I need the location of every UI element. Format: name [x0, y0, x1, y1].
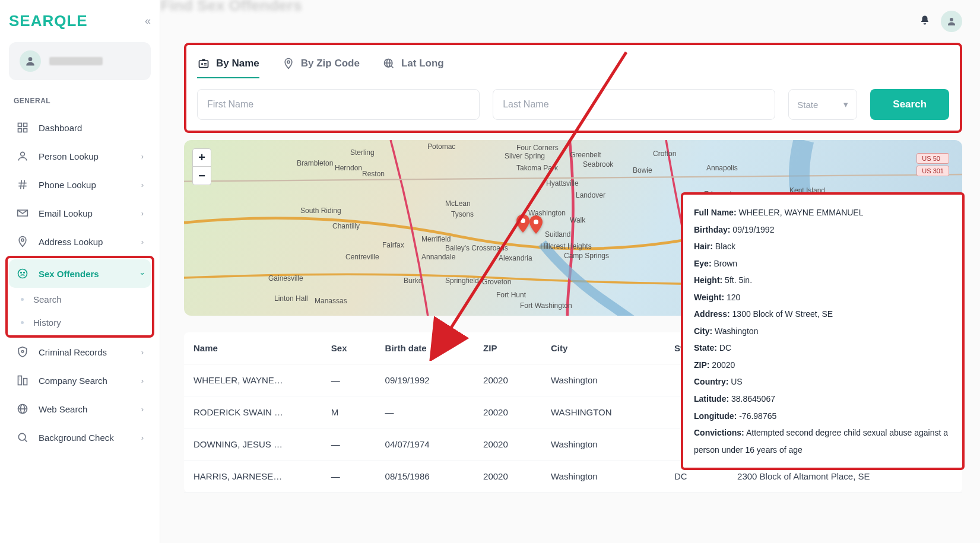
- svg-point-22: [18, 433, 26, 440]
- sidebar-subitem-search[interactable]: Search: [9, 288, 151, 311]
- map-place-label: Greenbelt: [570, 151, 601, 159]
- sidebar-subitem-label: History: [33, 317, 61, 328]
- map-place-label: Reston: [362, 170, 385, 178]
- sidebar-item-label: Email Lookup: [39, 208, 93, 218]
- table-cell: WHEELER, WAYNE…: [184, 364, 322, 396]
- chevron-right-icon: ›: [141, 376, 144, 385]
- sidebar-item-sex-offenders[interactable]: Sex Offenders ›: [9, 259, 151, 288]
- detail-value: Black: [715, 242, 735, 251]
- map-place-label: Hyattsville: [546, 179, 579, 188]
- table-cell: RODERICK SWAIN …: [184, 396, 322, 428]
- logo: SEARQLE: [9, 12, 88, 30]
- sidebar-item-person-lookup[interactable]: Person Lookup›: [9, 142, 151, 170]
- map-place-label: Potomac: [427, 142, 455, 151]
- sidebar-item-background-check[interactable]: Background Check›: [9, 423, 151, 452]
- detail-row: City: Washington: [694, 323, 952, 340]
- detail-value: 20020: [712, 360, 735, 370]
- sidebar-item-company-search[interactable]: Company Search›: [9, 366, 151, 395]
- detail-card: Full Name: WHEELER, WAYNE EMMANUELBirthd…: [681, 192, 965, 470]
- table-cell: DOWNING, JESUS …: [184, 428, 322, 461]
- map-place-label: Sterling: [350, 148, 375, 157]
- detail-key: Weight:: [694, 293, 724, 302]
- detail-key: City:: [694, 326, 712, 336]
- svg-point-14: [21, 351, 23, 353]
- chevron-right-icon: ›: [141, 209, 144, 218]
- notifications-icon[interactable]: [919, 15, 930, 28]
- chevron-right-icon: ›: [141, 152, 144, 161]
- detail-key: State:: [694, 343, 717, 353]
- route-badge: US 50: [916, 153, 949, 164]
- shield-icon: [16, 345, 29, 358]
- sidebar-subitem-history[interactable]: History: [9, 311, 151, 334]
- avatar-icon: [20, 50, 41, 72]
- column-header[interactable]: ZIP: [474, 332, 541, 364]
- sidebar-item-dashboard[interactable]: Dashboard: [9, 113, 151, 142]
- detail-key: Birthday:: [694, 225, 730, 234]
- detail-row: Birthday: 09/19/1992: [694, 221, 952, 239]
- hash-icon: [16, 178, 29, 191]
- zoom-in-button[interactable]: +: [193, 149, 211, 167]
- map-place-label: Merrifield: [421, 235, 451, 243]
- tab-label: By Zip Code: [301, 58, 360, 69]
- state-select[interactable]: State ▾: [788, 89, 857, 120]
- map-place-label: Herndon: [335, 164, 362, 172]
- svg-rect-26: [202, 59, 205, 61]
- map-place-label: Walk: [570, 216, 585, 224]
- table-cell: 20020: [474, 428, 541, 461]
- sidebar-item-web-search[interactable]: Web Search›: [9, 395, 151, 423]
- map-place-label: Brambleton: [297, 159, 333, 167]
- sidebar-item-phone-lookup[interactable]: Phone Lookup›: [9, 170, 151, 199]
- column-header[interactable]: Sex: [322, 332, 376, 364]
- table-cell: —: [322, 461, 376, 493]
- map-place-label: Bailey's Crossroads: [445, 244, 508, 252]
- map-place-label: Chantilly: [332, 222, 360, 230]
- sidebar-collapse-button[interactable]: «: [145, 15, 151, 27]
- profile-card[interactable]: [9, 42, 151, 80]
- map-place-label: Hillcrest Heights: [540, 242, 592, 250]
- detail-value: WHEELER, WAYNE EMMANUEL: [738, 208, 863, 217]
- tab-lat-long[interactable]: Lat Long: [382, 53, 444, 78]
- tab-by-name[interactable]: By Name: [197, 53, 259, 78]
- chevron-down-icon: ▾: [843, 99, 848, 110]
- grid-icon: [16, 121, 29, 134]
- annotation-highlight-sidebar: Sex Offenders › Search History: [5, 256, 154, 338]
- route-badges: US 50 US 301: [916, 153, 949, 178]
- zoom-out-button[interactable]: −: [193, 167, 211, 185]
- svg-line-9: [24, 180, 25, 189]
- svg-rect-4: [24, 129, 27, 132]
- detail-row: Hair: Black: [694, 238, 952, 255]
- svg-rect-16: [24, 379, 27, 385]
- last-name-input[interactable]: [493, 89, 775, 120]
- person-icon: [16, 150, 29, 163]
- detail-row: Weight: 120: [694, 289, 952, 306]
- sidebar-item-label: Dashboard: [39, 123, 82, 133]
- table-cell: WASHINGTON: [541, 396, 665, 428]
- id-icon: [197, 57, 210, 70]
- svg-rect-25: [199, 61, 208, 68]
- search-tabs: By NameBy Zip CodeLat Long: [197, 53, 949, 78]
- sidebar-item-address-lookup[interactable]: Address Lookup›: [9, 227, 151, 256]
- map-place-label: Alexandria: [499, 254, 532, 262]
- detail-row: Country: US: [694, 373, 952, 390]
- table-cell: 20020: [474, 461, 541, 493]
- column-header[interactable]: Birth date: [376, 332, 474, 364]
- svg-line-8: [21, 180, 22, 189]
- map-place-label: Annandale: [421, 253, 455, 261]
- sidebar-item-label: Company Search: [39, 376, 107, 386]
- svg-point-24: [950, 18, 953, 21]
- table-cell: Washington: [541, 461, 665, 493]
- detail-value: Washington: [715, 326, 758, 336]
- first-name-input[interactable]: [197, 89, 480, 120]
- route-badge: US 301: [916, 166, 949, 176]
- column-header[interactable]: Name: [184, 332, 322, 364]
- tab-by-zip-code[interactable]: By Zip Code: [282, 53, 360, 78]
- search-button[interactable]: Search: [870, 89, 949, 120]
- table-cell: M: [322, 396, 376, 428]
- map-place-label: Springfield: [445, 277, 479, 285]
- column-header[interactable]: City: [541, 332, 665, 364]
- sidebar-item-criminal-records[interactable]: Criminal Records›: [9, 338, 151, 366]
- map-marker-cluster[interactable]: [516, 214, 543, 236]
- user-avatar-button[interactable]: [941, 11, 962, 32]
- sidebar-item-email-lookup[interactable]: Email Lookup›: [9, 199, 151, 227]
- detail-key: Height:: [694, 275, 722, 285]
